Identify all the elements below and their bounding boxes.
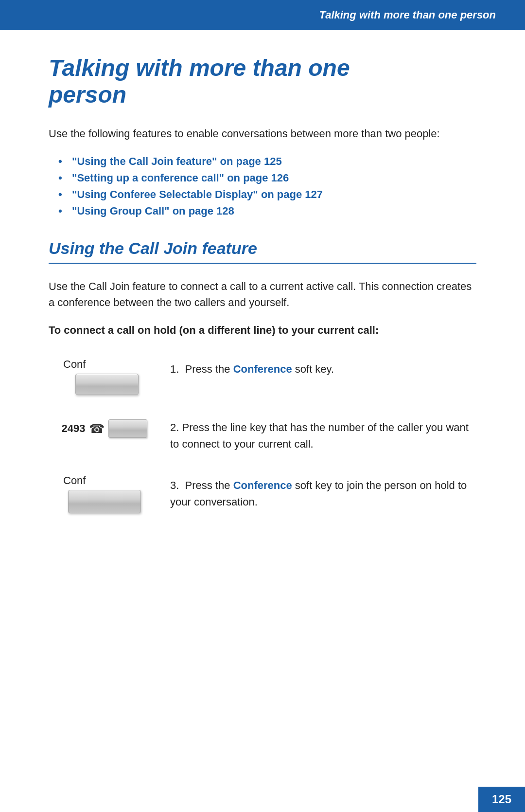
conf-soft-key-button-2[interactable] bbox=[68, 490, 141, 513]
section-intro: Use the Call Join feature to connect a c… bbox=[49, 278, 476, 310]
phone-icon: ☎ bbox=[89, 421, 105, 436]
conf-soft-key-button-1[interactable] bbox=[75, 374, 139, 395]
step-3-conf-label: Conf bbox=[49, 474, 86, 487]
step-3-row: Conf 3. Press the Conference soft key to… bbox=[49, 472, 476, 513]
section-heading: Using the Call Join feature bbox=[49, 239, 476, 264]
step-3-illustration: Conf bbox=[49, 472, 156, 513]
conference-link-2[interactable]: Conference bbox=[233, 479, 292, 491]
line-key-button[interactable] bbox=[108, 419, 147, 438]
bold-instruction: To connect a call on hold (on a differen… bbox=[49, 324, 476, 337]
main-content: Talking with more than one person Use th… bbox=[0, 30, 525, 572]
header-title: Talking with more than one person bbox=[319, 9, 496, 21]
feature-list: "Using the Call Join feature" on page 12… bbox=[49, 155, 476, 217]
step-2-text: 2. Press the line key that has the numbe… bbox=[156, 415, 476, 452]
header-bar: Talking with more than one person bbox=[0, 0, 525, 30]
conference-link-1[interactable]: Conference bbox=[233, 363, 292, 375]
step-1-conf-label: Conf bbox=[49, 358, 86, 371]
list-item[interactable]: "Using Group Call" on page 128 bbox=[58, 205, 476, 217]
step-1-text: 1. Press the Conference soft key. bbox=[156, 356, 476, 378]
list-item[interactable]: "Setting up a conference call" on page 1… bbox=[58, 172, 476, 184]
line-number: 2493 bbox=[62, 422, 86, 435]
step-1-illustration: Conf bbox=[49, 356, 156, 395]
step-2-row: 2493 ☎ 2. Press the line key that has th… bbox=[49, 415, 476, 452]
step-1-row: Conf 1. Press the Conference soft key. bbox=[49, 356, 476, 395]
page-title: Talking with more than one person bbox=[49, 54, 476, 108]
step-2-illustration: 2493 ☎ bbox=[49, 415, 156, 438]
steps-container: Conf 1. Press the Conference soft key. 2… bbox=[49, 356, 476, 532]
step-3-text: 3. Press the Conference soft key to join… bbox=[156, 472, 476, 510]
list-item[interactable]: "Using Conferee Selectable Display" on p… bbox=[58, 188, 476, 201]
intro-paragraph: Use the following features to enable con… bbox=[49, 126, 476, 142]
page-number: 125 bbox=[478, 787, 525, 812]
list-item[interactable]: "Using the Call Join feature" on page 12… bbox=[58, 155, 476, 168]
